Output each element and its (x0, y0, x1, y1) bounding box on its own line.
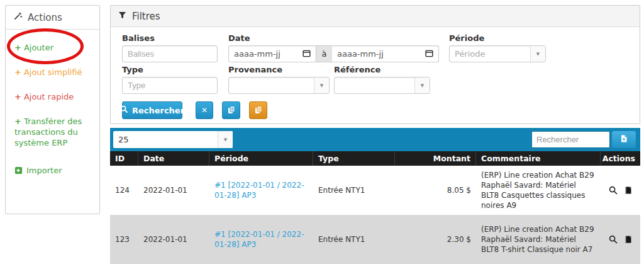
balises-input[interactable] (122, 45, 218, 62)
filter-funnel-icon (118, 11, 126, 22)
column-header-type[interactable]: Type (313, 151, 395, 166)
column-header-date[interactable]: Date (138, 151, 209, 166)
type-input[interactable] (122, 77, 218, 94)
table-row: 124 2022-01-01 #1 [2022-01-01 / 2022-01-… (110, 166, 640, 215)
column-header-actions: Actions (601, 151, 640, 166)
sidebar-item-ajout-rapide[interactable]: +Ajout rapide (14, 91, 92, 102)
page-size-select[interactable]: 25 ▼ (113, 131, 233, 148)
cell-commentaire: (ERP) Line creation Achat B29 Raphaël Sa… (476, 215, 601, 264)
ledger-book-icon[interactable] (625, 186, 633, 195)
view-magnifier-icon[interactable] (609, 235, 618, 244)
cell-date: 2022-01-01 (138, 166, 209, 215)
sidebar-item-ajout-simplifie[interactable]: +Ajout simplifié (14, 67, 92, 77)
calendar-icon[interactable] (425, 49, 433, 59)
copy-document-icon (254, 105, 263, 116)
ledger-book-icon[interactable] (625, 235, 633, 244)
actions-sidebar: Actions +Ajouter +Ajout simplifié +Ajout… (5, 5, 100, 214)
table-toolbar: 25 ▼ (110, 128, 640, 151)
search-icon (120, 105, 128, 115)
filters-header: Filtres (111, 6, 640, 27)
date-separator: à (316, 45, 332, 62)
date-from-input[interactable]: aaaa-mm-jj (228, 45, 316, 62)
plus-icon: + (14, 117, 21, 126)
table-row: 123 2022-01-01 #1 [2022-01-01 / 2022-01-… (110, 215, 640, 264)
chevron-down-icon: ▼ (530, 46, 545, 62)
cell-type: Entrée NTY1 (313, 215, 395, 264)
table-header-row: ID Date Période Type Montant Commentaire… (110, 151, 640, 166)
plus-icon: + (14, 43, 21, 52)
periode-label: Période (449, 33, 546, 43)
date-label: Date (228, 33, 439, 43)
column-header-commentaire[interactable]: Commentaire (476, 151, 601, 166)
close-icon: ✕ (201, 106, 208, 115)
clear-filters-button[interactable]: ✕ (196, 101, 213, 119)
document-export-icon (619, 134, 628, 145)
sidebar-item-transferer-erp[interactable]: +Transférer des transactions du système … (14, 116, 92, 148)
filters-panel: Filtres Balises Date aaaa-mm-jj à aaaa-m… (110, 5, 640, 124)
column-header-id[interactable]: ID (110, 151, 138, 166)
periode-link[interactable]: #1 [2022-01-01 / 2022-01-28] AP3 (214, 229, 308, 250)
provenance-select[interactable]: ▼ (228, 77, 330, 94)
filters-title: Filtres (132, 11, 160, 22)
chevron-down-icon: ▼ (218, 131, 233, 148)
periode-link[interactable]: #1 [2022-01-01 / 2022-01-28] AP3 (214, 180, 308, 200)
balises-label: Balises (122, 33, 218, 43)
magic-wand-icon (13, 11, 23, 23)
cell-type: Entrée NTY1 (313, 166, 395, 215)
reference-label: Référence (334, 65, 430, 74)
cell-id: 123 (110, 215, 138, 264)
reference-select[interactable]: ▼ (334, 77, 430, 94)
column-header-montant[interactable]: Montant (395, 151, 476, 166)
sidebar-item-importer[interactable]: Importer (14, 165, 92, 177)
export-orange-button[interactable] (249, 101, 267, 119)
cell-montant: 2.30 $ (395, 215, 476, 264)
copy-document-icon (227, 105, 236, 116)
column-header-periode[interactable]: Période (209, 151, 313, 166)
plus-icon: + (14, 67, 21, 77)
import-icon (14, 166, 23, 177)
transactions-table: 25 ▼ ID Date Période Type Montant Commen… (110, 128, 640, 264)
rechercher-button[interactable]: Rechercher (122, 101, 182, 119)
cell-date: 2022-01-01 (138, 215, 209, 264)
periode-select[interactable]: Période ▼ (449, 45, 546, 62)
calendar-icon[interactable] (303, 49, 311, 59)
sidebar-item-ajouter[interactable]: +Ajouter (14, 42, 92, 53)
date-to-input[interactable]: aaaa-mm-jj (332, 45, 439, 62)
cell-id: 124 (110, 166, 138, 215)
cell-commentaire: (ERP) Line creation Achat B29 Raphaël Sa… (476, 166, 601, 215)
cell-montant: 8.05 $ (395, 166, 476, 215)
type-label: Type (122, 65, 218, 74)
plus-icon: + (14, 92, 21, 101)
sidebar-title: Actions (28, 12, 62, 23)
sidebar-header: Actions (6, 6, 99, 30)
table-search-input[interactable] (531, 131, 610, 148)
provenance-label: Provenance (228, 65, 330, 74)
view-magnifier-icon[interactable] (609, 186, 618, 195)
chevron-down-icon: ▼ (314, 77, 329, 93)
export-blue-button[interactable] (222, 101, 240, 119)
table-search-button[interactable] (612, 131, 636, 148)
chevron-down-icon: ▼ (414, 77, 430, 93)
